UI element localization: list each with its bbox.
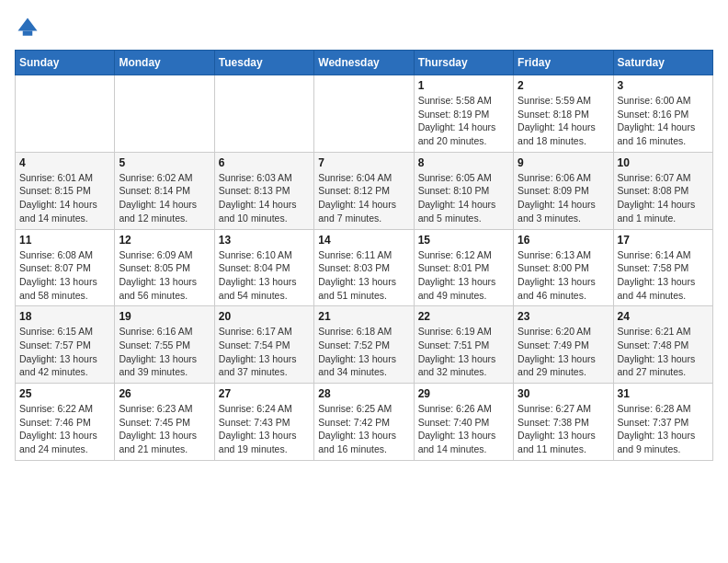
day-cell: 11Sunrise: 6:08 AMSunset: 8:07 PMDayligh…: [16, 229, 115, 306]
day-info: Sunrise: 6:07 AMSunset: 8:08 PMDaylight:…: [618, 171, 709, 225]
day-number: 23: [518, 310, 609, 323]
logo-icon: [15, 15, 40, 40]
day-info: Sunrise: 6:24 AMSunset: 7:43 PMDaylight:…: [219, 402, 310, 456]
day-info: Sunrise: 6:25 AMSunset: 7:42 PMDaylight:…: [318, 402, 409, 456]
day-cell: 10Sunrise: 6:07 AMSunset: 8:08 PMDayligh…: [613, 152, 712, 229]
day-number: 3: [618, 79, 709, 92]
day-info: Sunrise: 6:02 AMSunset: 8:14 PMDaylight:…: [119, 171, 210, 225]
day-cell: 28Sunrise: 6:25 AMSunset: 7:42 PMDayligh…: [314, 384, 414, 461]
day-cell: 17Sunrise: 6:14 AMSunset: 7:58 PMDayligh…: [613, 229, 712, 306]
day-cell: 9Sunrise: 6:06 AMSunset: 8:09 PMDaylight…: [514, 152, 613, 229]
header-monday: Monday: [115, 51, 214, 75]
page-header: [15, 15, 713, 40]
day-info: Sunrise: 6:28 AMSunset: 7:37 PMDaylight:…: [618, 402, 709, 456]
day-cell: 20Sunrise: 6:17 AMSunset: 7:54 PMDayligh…: [214, 306, 313, 384]
svg-marker-0: [18, 18, 38, 31]
day-number: 10: [618, 156, 709, 169]
day-number: 12: [119, 234, 210, 247]
day-number: 4: [19, 156, 110, 169]
day-number: 7: [318, 156, 409, 169]
day-number: 14: [318, 234, 409, 247]
calendar-header-row: SundayMondayTuesdayWednesdayThursdayFrid…: [16, 51, 713, 75]
day-info: Sunrise: 6:11 AMSunset: 8:03 PMDaylight:…: [318, 248, 409, 303]
day-cell: 5Sunrise: 6:02 AMSunset: 8:14 PMDaylight…: [115, 152, 214, 229]
day-cell: 26Sunrise: 6:23 AMSunset: 7:45 PMDayligh…: [115, 384, 214, 461]
day-number: 28: [318, 387, 409, 400]
day-cell: 14Sunrise: 6:11 AMSunset: 8:03 PMDayligh…: [314, 229, 414, 306]
header-wednesday: Wednesday: [314, 51, 414, 75]
day-cell: 2Sunrise: 5:59 AMSunset: 8:18 PMDaylight…: [514, 75, 613, 153]
day-number: 19: [119, 310, 210, 323]
day-cell: 13Sunrise: 6:10 AMSunset: 8:04 PMDayligh…: [214, 229, 313, 306]
day-info: Sunrise: 6:18 AMSunset: 7:52 PMDaylight:…: [318, 325, 409, 379]
day-info: Sunrise: 6:01 AMSunset: 8:15 PMDaylight:…: [19, 171, 110, 225]
day-number: 24: [618, 310, 709, 323]
day-cell: 1Sunrise: 5:58 AMSunset: 8:19 PMDaylight…: [414, 75, 513, 153]
day-info: Sunrise: 6:12 AMSunset: 8:01 PMDaylight:…: [418, 248, 509, 303]
week-row-4: 18Sunrise: 6:15 AMSunset: 7:57 PMDayligh…: [16, 306, 713, 384]
day-number: 6: [219, 156, 310, 169]
day-info: Sunrise: 6:05 AMSunset: 8:10 PMDaylight:…: [418, 171, 509, 225]
day-cell: 7Sunrise: 6:04 AMSunset: 8:12 PMDaylight…: [314, 152, 414, 229]
day-info: Sunrise: 6:19 AMSunset: 7:51 PMDaylight:…: [418, 325, 509, 379]
svg-rect-1: [23, 31, 33, 36]
day-number: 31: [618, 387, 709, 400]
week-row-1: 1Sunrise: 5:58 AMSunset: 8:19 PMDaylight…: [16, 75, 713, 153]
day-info: Sunrise: 6:06 AMSunset: 8:09 PMDaylight:…: [518, 171, 609, 225]
header-thursday: Thursday: [414, 51, 513, 75]
day-cell: [115, 75, 214, 153]
day-info: Sunrise: 5:59 AMSunset: 8:18 PMDaylight:…: [518, 94, 609, 148]
week-row-2: 4Sunrise: 6:01 AMSunset: 8:15 PMDaylight…: [16, 152, 713, 229]
day-cell: 16Sunrise: 6:13 AMSunset: 8:00 PMDayligh…: [514, 229, 613, 306]
header-friday: Friday: [514, 51, 613, 75]
day-cell: 24Sunrise: 6:21 AMSunset: 7:48 PMDayligh…: [613, 306, 712, 384]
day-number: 11: [19, 234, 110, 247]
day-cell: 6Sunrise: 6:03 AMSunset: 8:13 PMDaylight…: [214, 152, 313, 229]
day-number: 16: [518, 234, 609, 247]
day-cell: 3Sunrise: 6:00 AMSunset: 8:16 PMDaylight…: [613, 75, 712, 153]
day-number: 20: [219, 310, 310, 323]
day-cell: 25Sunrise: 6:22 AMSunset: 7:46 PMDayligh…: [16, 384, 115, 461]
day-info: Sunrise: 6:13 AMSunset: 8:00 PMDaylight:…: [518, 248, 609, 303]
day-cell: 15Sunrise: 6:12 AMSunset: 8:01 PMDayligh…: [414, 229, 513, 306]
day-cell: 21Sunrise: 6:18 AMSunset: 7:52 PMDayligh…: [314, 306, 414, 384]
day-cell: 8Sunrise: 6:05 AMSunset: 8:10 PMDaylight…: [414, 152, 513, 229]
week-row-3: 11Sunrise: 6:08 AMSunset: 8:07 PMDayligh…: [16, 229, 713, 306]
day-number: 17: [618, 234, 709, 247]
day-number: 21: [318, 310, 409, 323]
header-saturday: Saturday: [613, 51, 712, 75]
day-cell: 27Sunrise: 6:24 AMSunset: 7:43 PMDayligh…: [214, 384, 313, 461]
day-number: 1: [418, 79, 509, 92]
day-cell: [214, 75, 313, 153]
day-number: 8: [418, 156, 509, 169]
day-number: 29: [418, 387, 509, 400]
day-cell: 29Sunrise: 6:26 AMSunset: 7:40 PMDayligh…: [414, 384, 513, 461]
day-cell: [314, 75, 414, 153]
day-info: Sunrise: 5:58 AMSunset: 8:19 PMDaylight:…: [418, 94, 509, 148]
header-tuesday: Tuesday: [214, 51, 313, 75]
day-cell: 22Sunrise: 6:19 AMSunset: 7:51 PMDayligh…: [414, 306, 513, 384]
day-info: Sunrise: 6:21 AMSunset: 7:48 PMDaylight:…: [618, 325, 709, 379]
day-cell: 12Sunrise: 6:09 AMSunset: 8:05 PMDayligh…: [115, 229, 214, 306]
day-info: Sunrise: 6:04 AMSunset: 8:12 PMDaylight:…: [318, 171, 409, 225]
day-info: Sunrise: 6:00 AMSunset: 8:16 PMDaylight:…: [618, 94, 709, 148]
day-info: Sunrise: 6:26 AMSunset: 7:40 PMDaylight:…: [418, 402, 509, 456]
day-info: Sunrise: 6:10 AMSunset: 8:04 PMDaylight:…: [219, 248, 310, 303]
day-info: Sunrise: 6:20 AMSunset: 7:49 PMDaylight:…: [518, 325, 609, 379]
day-number: 22: [418, 310, 509, 323]
day-number: 9: [518, 156, 609, 169]
day-cell: 30Sunrise: 6:27 AMSunset: 7:38 PMDayligh…: [514, 384, 613, 461]
day-cell: [16, 75, 115, 153]
day-info: Sunrise: 6:22 AMSunset: 7:46 PMDaylight:…: [19, 402, 110, 456]
day-info: Sunrise: 6:08 AMSunset: 8:07 PMDaylight:…: [19, 248, 110, 303]
day-info: Sunrise: 6:14 AMSunset: 7:58 PMDaylight:…: [618, 248, 709, 303]
day-info: Sunrise: 6:15 AMSunset: 7:57 PMDaylight:…: [19, 325, 110, 379]
day-number: 27: [219, 387, 310, 400]
day-cell: 4Sunrise: 6:01 AMSunset: 8:15 PMDaylight…: [16, 152, 115, 229]
day-info: Sunrise: 6:03 AMSunset: 8:13 PMDaylight:…: [219, 171, 310, 225]
day-info: Sunrise: 6:16 AMSunset: 7:55 PMDaylight:…: [119, 325, 210, 379]
day-number: 25: [19, 387, 110, 400]
day-number: 13: [219, 234, 310, 247]
day-cell: 19Sunrise: 6:16 AMSunset: 7:55 PMDayligh…: [115, 306, 214, 384]
day-number: 18: [19, 310, 110, 323]
